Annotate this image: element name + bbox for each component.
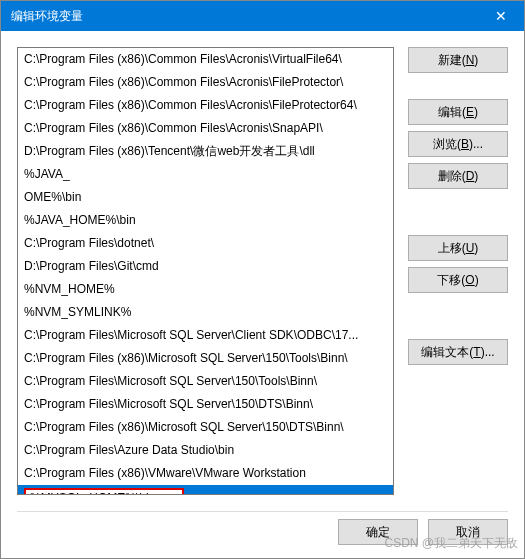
list-item[interactable]: C:\Program Files\Azure Data Studio\bin <box>18 439 393 462</box>
list-item[interactable]: C:\Program Files\Microsoft SQL Server\Cl… <box>18 324 393 347</box>
list-item[interactable]: C:\Program Files (x86)\Microsoft SQL Ser… <box>18 416 393 439</box>
list-item[interactable]: C:\Program Files (x86)\Common Files\Acro… <box>18 94 393 117</box>
list-item[interactable]: C:\Program Files (x86)\Common Files\Acro… <box>18 117 393 140</box>
list-item[interactable]: %JAVA_HOME%\bin <box>18 209 393 232</box>
edit-button[interactable]: 编辑(E) <box>408 99 508 125</box>
list-item[interactable]: C:\Program Files (x86)\Common Files\Acro… <box>18 48 393 71</box>
dialog-window: 编辑环境变量 ✕ C:\Program Files (x86)\Common F… <box>0 0 525 559</box>
list-item-editing[interactable]: %MYSQL_HOME%\bin <box>18 485 393 495</box>
list-item[interactable]: %JAVA_ <box>18 163 393 186</box>
delete-button[interactable]: 删除(D) <box>408 163 508 189</box>
list-item[interactable]: OME%\bin <box>18 186 393 209</box>
inline-edit-input[interactable]: %MYSQL_HOME%\bin <box>24 488 184 495</box>
button-column: 新建(N) 编辑(E) 浏览(B)... 删除(D) 上移(U) 下移(O) 编… <box>408 47 508 495</box>
edittext-button[interactable]: 编辑文本(T)... <box>408 339 508 365</box>
list-item[interactable]: %NVM_SYMLINK% <box>18 301 393 324</box>
list-item[interactable]: C:\Program Files\Microsoft SQL Server\15… <box>18 370 393 393</box>
movedown-button[interactable]: 下移(O) <box>408 267 508 293</box>
new-button[interactable]: 新建(N) <box>408 47 508 73</box>
browse-button[interactable]: 浏览(B)... <box>408 131 508 157</box>
list-item[interactable]: C:\Program Files (x86)\Common Files\Acro… <box>18 71 393 94</box>
list-item[interactable]: D:\Program Files (x86)\Tencent\微信web开发者工… <box>18 140 393 163</box>
path-listbox[interactable]: C:\Program Files (x86)\Common Files\Acro… <box>17 47 394 495</box>
ok-button[interactable]: 确定 <box>338 519 418 545</box>
list-item[interactable]: %NVM_HOME% <box>18 278 393 301</box>
list-item[interactable]: C:\Program Files\dotnet\ <box>18 232 393 255</box>
list-item[interactable]: D:\Program Files\Git\cmd <box>18 255 393 278</box>
content-area: C:\Program Files (x86)\Common Files\Acro… <box>1 31 524 511</box>
window-title: 编辑环境变量 <box>11 8 478 25</box>
moveup-button[interactable]: 上移(U) <box>408 235 508 261</box>
cancel-button[interactable]: 取消 <box>428 519 508 545</box>
list-item[interactable]: C:\Program Files (x86)\Microsoft SQL Ser… <box>18 347 393 370</box>
titlebar: 编辑环境变量 ✕ <box>1 1 524 31</box>
list-item[interactable]: C:\Program Files (x86)\VMware\VMware Wor… <box>18 462 393 485</box>
list-item[interactable]: C:\Program Files\Microsoft SQL Server\15… <box>18 393 393 416</box>
footer: 确定 取消 <box>1 512 524 559</box>
close-icon[interactable]: ✕ <box>478 1 524 31</box>
